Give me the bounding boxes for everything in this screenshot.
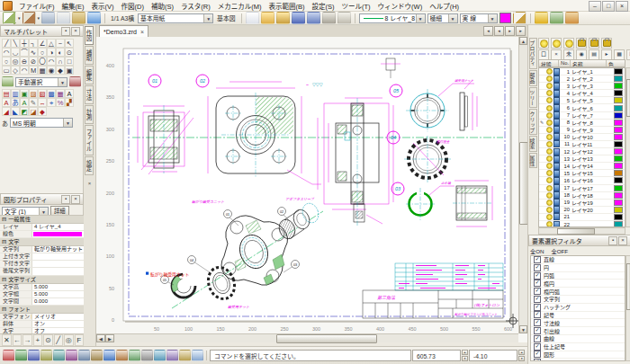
tool-icon[interactable]: ◉: [47, 66, 56, 75]
tool-icon[interactable]: ↖: [65, 39, 74, 48]
preview-icon[interactable]: [338, 12, 351, 24]
coordinate-y-field[interactable]: -4.10: [469, 350, 518, 361]
layer-visible-icon[interactable]: [546, 112, 553, 119]
layer-color-swatch[interactable]: [614, 221, 623, 227]
property-tool-icon[interactable]: ◎: [64, 334, 74, 346]
paste-icon[interactable]: [72, 12, 86, 24]
layer-color-swatch[interactable]: [614, 214, 623, 220]
open-folder-icon[interactable]: [261, 12, 274, 24]
property-tool-icon[interactable]: ✕: [2, 334, 12, 346]
layer-visible-icon[interactable]: [546, 192, 553, 199]
coord-y-spinner[interactable]: ▲▼: [518, 350, 525, 361]
tool-icon[interactable]: ◇: [11, 66, 20, 75]
tool-icon[interactable]: ∠: [38, 39, 47, 48]
layer-color-swatch[interactable]: [614, 68, 623, 75]
menu-item[interactable]: 補助(S): [148, 1, 177, 11]
layer-color-swatch[interactable]: [614, 120, 623, 126]
layer-visible-icon[interactable]: [546, 207, 553, 213]
annotation-tool-icon[interactable]: ◪: [29, 107, 38, 116]
annotation-tool-icon[interactable]: ◆: [38, 107, 47, 116]
checkbox-icon[interactable]: ✓: [534, 296, 541, 303]
property-tool-icon[interactable]: ←: [13, 334, 22, 346]
layer-visible-icon[interactable]: [546, 105, 553, 111]
bulb-off-icon[interactable]: [551, 38, 562, 49]
palette-tab-ファイル[interactable]: ファイル: [85, 125, 94, 155]
coord-rel-icon[interactable]: [179, 350, 191, 361]
prop-row[interactable]: 文字間0.000: [0, 298, 84, 306]
prop-group-header[interactable]: ⊟フォント: [0, 306, 84, 314]
linewidth-combo[interactable]: 極細▼: [428, 13, 458, 23]
copy-icon[interactable]: [57, 12, 70, 24]
snap-quad-icon[interactable]: [104, 350, 115, 361]
snap-center-icon[interactable]: [53, 350, 65, 361]
tool-icon[interactable]: ◠: [47, 57, 56, 66]
layer-color-swatch[interactable]: [614, 155, 623, 162]
tool-icon[interactable]: □: [65, 57, 74, 66]
tab-nav-first[interactable]: ◂: [483, 26, 493, 36]
col-color[interactable]: 色: [607, 60, 617, 67]
font-combo[interactable]: MS 明朝▼: [10, 118, 73, 128]
scroll-down-icon[interactable]: ▼: [519, 325, 527, 333]
menu-item[interactable]: 表示範囲(B): [266, 1, 309, 11]
settings-icon[interactable]: ❏: [626, 49, 630, 60]
layer-list-vscrollbar[interactable]: [626, 67, 630, 227]
strip-close-icon[interactable]: ×: [86, 181, 94, 186]
select-mode-icon[interactable]: [2, 76, 14, 87]
menu-item[interactable]: 表示(V): [88, 1, 118, 11]
selection-handle[interactable]: [146, 272, 148, 275]
prop-row[interactable]: 上付き文字: [0, 253, 84, 261]
tool-icon[interactable]: ⊙: [65, 48, 74, 57]
snap-mid-icon[interactable]: [40, 350, 52, 361]
help-icon[interactable]: [535, 12, 548, 24]
tool-icon[interactable]: ▭: [2, 66, 11, 75]
close-button[interactable]: ×: [616, 1, 628, 12]
grid-toggle-icon[interactable]: [141, 350, 153, 361]
crosshair-icon[interactable]: [192, 350, 203, 361]
guide-icon[interactable]: [154, 350, 166, 361]
annotation-tool-icon[interactable]: ✎: [29, 98, 38, 107]
checkbox-icon[interactable]: ✓: [534, 264, 541, 271]
dock-tab-プロパティ[interactable]: プロパティ: [529, 38, 537, 69]
prop-row[interactable]: 斜体オン: [0, 321, 84, 328]
lock-icon[interactable]: [576, 38, 587, 49]
checkbox-icon[interactable]: ✓: [534, 256, 541, 263]
pin-icon[interactable]: ▪: [61, 27, 70, 36]
document-tab[interactable]: *Demo3.zrd ×: [99, 25, 148, 37]
checkbox-icon[interactable]: ✓: [534, 327, 541, 334]
select-option-icon[interactable]: [69, 76, 81, 87]
tool-icon[interactable]: M: [29, 66, 38, 75]
tool-icon[interactable]: ◆: [56, 66, 65, 75]
layer-color-swatch[interactable]: [614, 207, 623, 213]
lock-all-icon[interactable]: [601, 38, 612, 49]
palette-tab-設定[interactable]: 設定: [85, 156, 94, 175]
annotation-tool-icon[interactable]: ▣: [20, 89, 29, 98]
tool-icon[interactable]: ⊖: [20, 57, 29, 66]
menu-item[interactable]: ファイル(F): [15, 1, 58, 11]
annotation-tool-icon[interactable]: ▧: [38, 89, 47, 98]
checkbox-icon[interactable]: ✓: [534, 304, 541, 311]
checkbox-icon[interactable]: ✓: [534, 311, 541, 318]
palette-tab-編集[interactable]: 編集: [85, 66, 94, 84]
annotation-tool-icon[interactable]: ◣: [11, 107, 20, 116]
tool-icon[interactable]: ╱: [2, 39, 11, 48]
menu-item[interactable]: ウィンドウ(W): [374, 1, 427, 11]
tool-icon[interactable]: ∩: [56, 57, 65, 66]
layer-color-swatch[interactable]: [614, 148, 623, 155]
tool-icon[interactable]: ┼: [20, 39, 29, 48]
checkbox-icon[interactable]: ✓: [534, 359, 541, 361]
snap-grid-icon[interactable]: [15, 350, 27, 361]
close-icon[interactable]: ×: [71, 195, 80, 204]
palette-tab-寸法[interactable]: 寸法: [85, 85, 94, 104]
layer-color-swatch[interactable]: [614, 105, 623, 111]
canvas-vertical-scrollbar[interactable]: ▲ ▼: [518, 37, 527, 333]
tool-icon[interactable]: ○: [2, 57, 11, 66]
layer-color-swatch[interactable]: [614, 97, 623, 103]
coord-x-spinner[interactable]: ▲▼: [462, 350, 468, 361]
coordinate-x-field[interactable]: 605.73: [412, 350, 461, 361]
coord-abs-icon[interactable]: [166, 350, 178, 361]
layer-visible-icon[interactable]: [546, 75, 553, 82]
palette-tab-補助[interactable]: 補助: [85, 46, 94, 65]
layer-visible-icon[interactable]: [546, 97, 553, 103]
chevron-down-icon[interactable]: ▾: [38, 15, 40, 21]
prop-row[interactable]: 文字高5.000: [0, 284, 84, 291]
